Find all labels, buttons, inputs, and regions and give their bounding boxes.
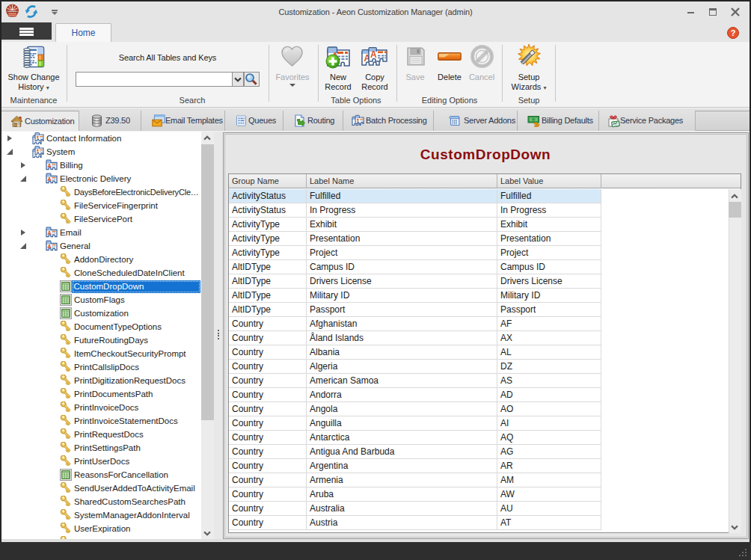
svg-text:A: A — [47, 243, 52, 250]
svg-text:A: A — [370, 49, 377, 60]
svg-text:A: A — [47, 230, 52, 236]
svg-text:A: A — [47, 176, 52, 182]
svg-text:A: A — [47, 162, 52, 169]
